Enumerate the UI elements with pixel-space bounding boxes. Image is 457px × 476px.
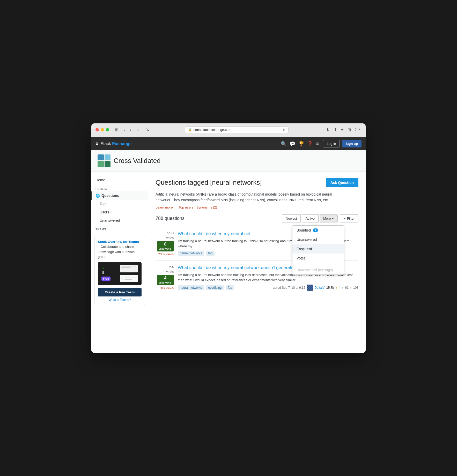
shield-icon[interactable]: 🛡 xyxy=(135,127,142,132)
site-logo-icon xyxy=(98,154,110,167)
views-count: 31k views xyxy=(160,286,174,290)
more-icon[interactable]: >> xyxy=(353,127,362,133)
back-button[interactable]: ‹ xyxy=(122,127,126,132)
teams-promo-title: Stack Overflow for Teams xyxy=(98,240,139,244)
se-logo[interactable]: ≡ Stack Exchange xyxy=(95,141,132,147)
dropdown-item-votes[interactable]: Votes xyxy=(292,254,344,263)
tag-description: Artificial neural networks (ANNs) are a … xyxy=(156,191,337,203)
new-tab-icon[interactable]: + xyxy=(340,127,345,133)
maximize-button[interactable] xyxy=(106,128,109,131)
dropdown-item-frequent[interactable]: Frequent xyxy=(292,244,344,254)
url-text: stats.stackexchange.com xyxy=(194,128,231,132)
asked-date: asked Sep 7 '18 at 9:12 xyxy=(273,286,305,289)
what-is-teams-link[interactable]: What is Teams? xyxy=(98,298,142,302)
teams-promo-box: Stack Overflow for Teams – Collaborate a… xyxy=(94,236,145,305)
ask-question-button[interactable]: Ask Question xyxy=(326,178,358,187)
sidebar-section-public: PUBLIC xyxy=(91,184,148,191)
bronze-badge-icon: ● xyxy=(350,286,352,289)
silver-badge-icon: ● xyxy=(342,286,344,289)
sidebar-item-users[interactable]: Users xyxy=(91,208,148,216)
rep-score: 15.7k xyxy=(326,286,334,289)
filter-icon: ≡ xyxy=(344,217,346,220)
globe-icon: 🌐 xyxy=(95,194,100,198)
votes-label: votes xyxy=(166,270,174,274)
page-title: Questions tagged [neural-networks] xyxy=(156,178,262,187)
address-bar[interactable]: 🔒 stats.stackexchange.com ↻ xyxy=(185,127,289,133)
sidebar-section-teams: TEAMS xyxy=(91,225,148,232)
gold-badge-icon: ● xyxy=(336,286,337,289)
answers-badge: 8 answers xyxy=(157,241,174,251)
se-logo-text: Stack Exchange xyxy=(101,142,132,146)
traffic-lights xyxy=(95,128,109,131)
topbar-icons: 🔍 💬 🏆 ❓ ≡ xyxy=(281,141,319,147)
login-button[interactable]: Log in xyxy=(323,140,340,147)
silver-count: 61 xyxy=(345,286,349,289)
site-header: Cross Validated xyxy=(91,150,366,172)
dropdown-divider xyxy=(292,264,344,264)
gold-count: 4 xyxy=(339,286,341,289)
sidebar-item-questions[interactable]: 🌐 Questions xyxy=(91,191,148,200)
active-filter-button[interactable]: Active xyxy=(302,214,318,222)
dropdown-item-unanswered[interactable]: Unanswered xyxy=(292,235,344,244)
sidebar-item-unanswered[interactable]: Unanswered xyxy=(91,216,148,225)
vote-count: 290 xyxy=(167,231,174,235)
views-count: 230k views xyxy=(158,252,174,256)
browser-chrome: ⊞ ‹ › 🛡 ⚔ 🔒 stats.stackexchange.com ↻ ⬇ … xyxy=(91,123,366,137)
synonyms-link[interactable]: Synonyms (2) xyxy=(196,205,217,209)
browser-actions: ⬇ ⬆ + ⊞ >> xyxy=(325,127,362,133)
tag-links: Learn more... Top users Synonyms (2) xyxy=(156,205,358,209)
browser-window: ⊞ ‹ › 🛡 ⚔ 🔒 stats.stackexchange.com ↻ ⬇ … xyxy=(91,123,366,353)
chat-bubble-icon xyxy=(120,265,138,272)
tag-chip-faq[interactable]: faq xyxy=(206,251,215,256)
review-icon[interactable]: ≡ xyxy=(316,141,319,146)
sidebar-item-home[interactable]: Home xyxy=(91,176,148,184)
search-icon[interactable]: 🔍 xyxy=(281,141,286,147)
more-dropdown-menu: Bountied 2 Unanswered Frequent Votes xyxy=(292,225,344,275)
inbox-icon[interactable]: 💬 xyxy=(290,141,295,147)
download-icon[interactable]: ⬇ xyxy=(325,127,331,133)
dropdown-item-unanswered-my-tags: Unanswered (my tags) xyxy=(292,265,344,274)
tag-chip-faq[interactable]: faq xyxy=(226,285,234,290)
sidebar-toggle-button[interactable]: ⊞ xyxy=(113,127,120,133)
terminal-icon: >_█ xyxy=(100,264,121,277)
questions-count: 788 questions xyxy=(156,216,185,221)
top-users-link[interactable]: Top users xyxy=(179,205,193,209)
create-team-button[interactable]: Create a free Team xyxy=(98,288,142,296)
achievements-icon[interactable]: 🏆 xyxy=(298,141,304,147)
content-area: Questions tagged [neural-networks] Ask Q… xyxy=(148,172,366,353)
bronze-count: 103 xyxy=(353,286,358,289)
checkmark-icon: ✓ xyxy=(120,275,138,282)
question-meta-info: asked Sep 7 '18 at 9:12 DeltaIV 15.7k ● … xyxy=(273,285,358,291)
tag-chip-neural-networks[interactable]: neural-networks xyxy=(178,285,204,290)
sidebar: Home PUBLIC 🌐 Questions Tags Users Unans… xyxy=(91,172,148,353)
close-button[interactable] xyxy=(95,128,99,131)
help-icon[interactable]: ❓ xyxy=(307,141,313,147)
forward-button[interactable]: › xyxy=(128,127,133,132)
dropdown-item-bountied[interactable]: Bountied 2 xyxy=(292,226,344,235)
free-badge: Free xyxy=(101,277,110,281)
tag-chip-neural-networks[interactable]: neural-networks xyxy=(178,251,204,256)
filter-button[interactable]: ≡ Filter xyxy=(340,214,358,222)
share-icon[interactable]: ⬆ xyxy=(332,127,338,133)
content-header: Questions tagged [neural-networks] Ask Q… xyxy=(156,178,358,187)
votes-label: votes xyxy=(166,236,174,240)
answers-badge: 4 answers xyxy=(157,275,174,285)
sidebar-item-tags[interactable]: Tags xyxy=(91,200,148,208)
vote-count: 54 xyxy=(169,265,174,269)
privacy-icon[interactable]: ⚔ xyxy=(144,127,151,133)
question-stats: 54 votes 4 answers 31k views xyxy=(156,265,174,291)
bountied-badge: 2 xyxy=(313,228,318,232)
learn-more-link[interactable]: Learn more... xyxy=(156,205,175,209)
signup-button[interactable]: Sign up xyxy=(342,140,362,147)
filter-bar: 788 questions Newest Active More ▾ Bount… xyxy=(156,214,358,222)
more-filter-button[interactable]: More ▾ xyxy=(320,214,338,222)
reload-icon[interactable]: ↻ xyxy=(282,128,285,132)
tag-chip-overfitting[interactable]: overfitting xyxy=(206,285,224,290)
user-name[interactable]: DeltaIV xyxy=(314,286,325,289)
site-name: Cross Validated xyxy=(114,157,161,165)
newest-filter-button[interactable]: Newest xyxy=(282,214,301,222)
minimize-button[interactable] xyxy=(101,128,104,131)
question-meta: neural-networks overfitting faq asked Se… xyxy=(178,285,358,291)
grid-icon[interactable]: ⊞ xyxy=(346,127,352,133)
question-stats: 290 votes 8 answers 230k views xyxy=(156,231,174,256)
